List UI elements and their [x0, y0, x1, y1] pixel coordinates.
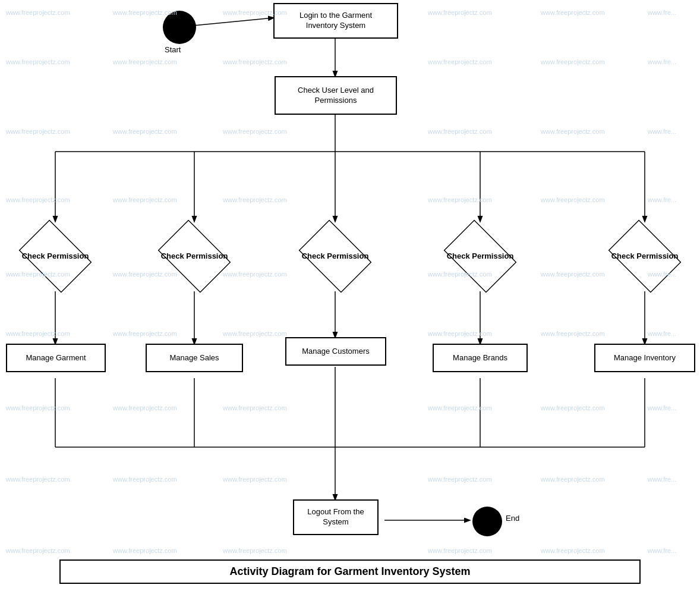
watermark: www.freeprojectz.com: [428, 547, 492, 554]
watermark: www.fre...: [648, 404, 676, 411]
manage-sales-box: Manage Sales: [146, 344, 243, 372]
watermark: www.freeprojectz.com: [541, 271, 605, 278]
watermark: www.freeprojectz.com: [541, 404, 605, 411]
watermark: www.freeprojectz.com: [6, 330, 70, 337]
watermark: www.freeprojectz.com: [6, 9, 70, 16]
manage-customers-box: Manage Customers: [285, 337, 386, 366]
watermark: www.freeprojectz.com: [223, 58, 287, 65]
watermark: www.fre...: [648, 9, 676, 16]
manage-garment-box: Manage Garment: [6, 344, 106, 372]
watermark: www.freeprojectz.com: [113, 404, 177, 411]
end-circle: [472, 507, 502, 536]
watermark: www.freeprojectz.com: [6, 58, 70, 65]
watermark: www.freeprojectz.com: [113, 9, 177, 16]
watermark: www.fre...: [648, 547, 676, 554]
watermark: www.freeprojectz.com: [113, 128, 177, 135]
watermark: www.freeprojectz.com: [223, 404, 287, 411]
watermark: www.freeprojectz.com: [541, 58, 605, 65]
watermark: www.freeprojectz.com: [428, 58, 492, 65]
watermark: www.fre...: [648, 476, 676, 483]
check-permission-diamond-3: Check Permission: [294, 221, 377, 291]
watermark: www.freeprojectz.com: [223, 476, 287, 483]
check-permission-diamond-2: Check Permission: [153, 221, 236, 291]
watermark: www.freeprojectz.com: [541, 128, 605, 135]
watermark: www.freeprojectz.com: [223, 271, 287, 278]
start-label: Start: [165, 45, 181, 54]
watermark: www.freeprojectz.com: [6, 128, 70, 135]
watermark: www.fre...: [648, 196, 676, 203]
watermark: www.fre...: [648, 271, 676, 278]
watermark: www.freeprojectz.com: [223, 547, 287, 554]
watermark: www.freeprojectz.com: [541, 330, 605, 337]
watermark: www.freeprojectz.com: [113, 330, 177, 337]
end-label: End: [506, 514, 519, 523]
check-permission-diamond-1: Check Permission: [14, 221, 97, 291]
watermark: www.freeprojectz.com: [6, 196, 70, 203]
watermark: www.freeprojectz.com: [541, 9, 605, 16]
check-permission-diamond-4: Check Permission: [439, 221, 522, 291]
watermark: www.freeprojectz.com: [428, 128, 492, 135]
watermark: www.freeprojectz.com: [223, 128, 287, 135]
watermark: www.fre...: [648, 58, 676, 65]
watermark: www.freeprojectz.com: [428, 404, 492, 411]
check-permission-diamond-5: Check Permission: [603, 221, 686, 291]
watermark: www.freeprojectz.com: [6, 476, 70, 483]
watermark: www.freeprojectz.com: [223, 9, 287, 16]
login-box: Login to the GarmentInventory System: [273, 3, 398, 39]
watermark: www.freeprojectz.com: [223, 330, 287, 337]
watermark: www.freeprojectz.com: [113, 196, 177, 203]
watermark: www.freeprojectz.com: [428, 9, 492, 16]
watermark: www.fre...: [648, 330, 676, 337]
manage-inventory-box: Manage Inventory: [594, 344, 695, 372]
watermark: www.freeprojectz.com: [113, 58, 177, 65]
watermark: www.freeprojectz.com: [428, 330, 492, 337]
watermark: www.freeprojectz.com: [6, 404, 70, 411]
watermark: www.fre...: [648, 128, 676, 135]
watermark: www.freeprojectz.com: [428, 196, 492, 203]
watermark: www.freeprojectz.com: [113, 547, 177, 554]
watermark: www.freeprojectz.com: [541, 196, 605, 203]
title-bar: Activity Diagram for Garment Inventory S…: [59, 559, 641, 584]
logout-box: Logout From theSystem: [293, 499, 379, 535]
manage-brands-box: Manage Brands: [433, 344, 528, 372]
watermark: www.freeprojectz.com: [6, 547, 70, 554]
watermark: www.freeprojectz.com: [6, 271, 70, 278]
watermark: www.freeprojectz.com: [541, 476, 605, 483]
watermark: www.freeprojectz.com: [541, 547, 605, 554]
check-user-level-box: Check User Level andPermissions: [275, 76, 397, 115]
watermark: www.freeprojectz.com: [428, 271, 492, 278]
watermark: www.freeprojectz.com: [428, 476, 492, 483]
watermark: www.freeprojectz.com: [113, 476, 177, 483]
watermark: www.freeprojectz.com: [223, 196, 287, 203]
watermark: www.freeprojectz.com: [113, 271, 177, 278]
